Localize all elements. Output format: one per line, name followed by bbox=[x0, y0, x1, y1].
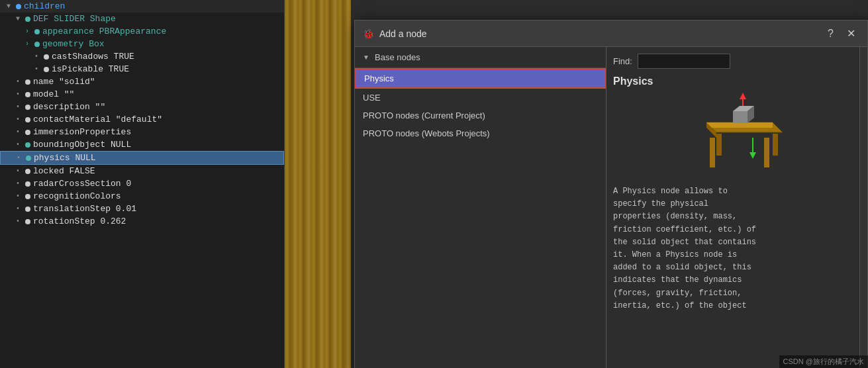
dot-icon bbox=[25, 181, 30, 187]
tree-item-def-slider[interactable]: ▼ DEF SLIDER Shape bbox=[0, 13, 284, 25]
dot-icon bbox=[25, 79, 30, 85]
modal-titlebar: 🐞 Add a node ? ✕ bbox=[355, 21, 867, 47]
tree-item-locked[interactable]: • locked FALSE bbox=[0, 165, 284, 177]
tree-item-children[interactable]: ▼ children bbox=[0, 0, 284, 13]
base-nodes-header[interactable]: ▼ Base nodes bbox=[355, 47, 606, 68]
tree-item-rotationStep[interactable]: • rotationStep 0.262 bbox=[0, 215, 284, 228]
arrow-icon: • bbox=[34, 66, 42, 73]
arrow-icon: • bbox=[16, 78, 24, 85]
node-label: USE bbox=[363, 93, 381, 103]
arrow-icon: • bbox=[34, 53, 42, 60]
arrow-icon: › bbox=[25, 28, 33, 35]
node-item-proto-current[interactable]: PROTO nodes (Current Project) bbox=[355, 107, 606, 124]
node-label: PROTO nodes (Webots Projects) bbox=[363, 128, 490, 138]
modal-scrollbar[interactable] bbox=[859, 47, 867, 368]
arrow-icon: • bbox=[16, 193, 24, 200]
tree-item-description[interactable]: • description "" bbox=[0, 101, 284, 113]
help-button[interactable]: ? bbox=[824, 26, 838, 41]
preview-description: A Physics node allows to specify the phy… bbox=[613, 185, 853, 365]
tree-label: appearance PBRAppearance bbox=[42, 26, 166, 36]
tree-item-physics[interactable]: • physics NULL bbox=[0, 151, 284, 165]
svg-rect-11 bbox=[733, 111, 747, 123]
dot-icon bbox=[25, 92, 30, 97]
svg-marker-6 bbox=[773, 134, 778, 156]
tree-item-immersionProperties[interactable]: • immersionProperties bbox=[0, 126, 284, 138]
close-button[interactable]: ✕ bbox=[843, 26, 859, 41]
tree-item-geometry[interactable]: › geometry Box bbox=[0, 38, 284, 50]
viewport-background bbox=[285, 0, 351, 368]
node-item-physics[interactable]: Physics bbox=[355, 68, 606, 89]
svg-rect-3 bbox=[710, 138, 715, 167]
tree-label: castShadows TRUE bbox=[52, 52, 134, 62]
arrow-icon: ▼ bbox=[16, 15, 24, 23]
svg-rect-1 bbox=[706, 122, 773, 128]
arrow-icon: • bbox=[16, 91, 24, 98]
arrow-icon: • bbox=[16, 141, 24, 148]
dot-icon bbox=[16, 4, 21, 9]
tree-label: boundingObject NULL bbox=[33, 140, 131, 150]
node-label: Physics bbox=[364, 73, 394, 83]
tree-label: name "solid" bbox=[33, 77, 95, 87]
node-item-use[interactable]: USE bbox=[355, 89, 606, 107]
dot-icon bbox=[25, 169, 30, 174]
svg-marker-5 bbox=[716, 134, 722, 156]
tree-item-radarCrossSection[interactable]: • radarCrossSection 0 bbox=[0, 177, 284, 190]
svg-marker-10 bbox=[749, 152, 756, 159]
tree-label: physics NULL bbox=[34, 153, 96, 163]
tree-label: contactMaterial "default" bbox=[33, 115, 162, 124]
svg-rect-4 bbox=[764, 138, 769, 167]
arrow-icon: • bbox=[16, 128, 24, 136]
arrow-icon: • bbox=[16, 205, 24, 212]
tree-item-appearance[interactable]: › appearance PBRAppearance bbox=[0, 25, 284, 38]
add-node-modal: 🐞 Add a node ? ✕ ▼ Base nodes Physics bbox=[354, 20, 868, 368]
tree-item-recognitionColors[interactable]: • recognitionColors bbox=[0, 190, 284, 203]
dot-icon bbox=[26, 156, 31, 161]
tree-label: DEF SLIDER Shape bbox=[33, 14, 116, 24]
tree-item-name[interactable]: • name "solid" bbox=[0, 75, 284, 88]
arrow-icon: › bbox=[25, 40, 33, 48]
dot-icon bbox=[25, 105, 30, 110]
arrow-icon: ▼ bbox=[7, 3, 15, 10]
node-list-panel: ▼ Base nodes Physics USE PROTO nodes (Cu… bbox=[355, 47, 606, 368]
arrow-icon: • bbox=[16, 116, 24, 123]
base-nodes-label: Base nodes bbox=[375, 52, 420, 62]
node-label: PROTO nodes (Current Project) bbox=[363, 111, 485, 120]
arrow-icon: • bbox=[16, 167, 24, 175]
find-input[interactable] bbox=[638, 54, 730, 69]
dot-icon bbox=[44, 54, 49, 60]
bug-icon: 🐞 bbox=[363, 28, 374, 39]
tree-item-boundingObject[interactable]: • boundingObject NULL bbox=[0, 138, 284, 151]
tree-label: children bbox=[24, 1, 65, 11]
find-bar: Find: bbox=[613, 54, 853, 69]
preview-title: Physics bbox=[613, 75, 853, 87]
tree-item-isPickable[interactable]: • isPickable TRUE bbox=[0, 63, 284, 75]
svg-marker-8 bbox=[740, 93, 746, 99]
tree-item-contactMaterial[interactable]: • contactMaterial "default" bbox=[0, 113, 284, 126]
arrow-icon: • bbox=[16, 180, 24, 187]
arrow-icon: • bbox=[17, 154, 24, 161]
tree-label: locked FALSE bbox=[33, 166, 95, 176]
tree-label: isPickable TRUE bbox=[52, 64, 129, 74]
tree-item-castShadows[interactable]: • castShadows TRUE bbox=[0, 50, 284, 63]
modal-title-text: Add a node bbox=[379, 28, 427, 39]
dot-icon bbox=[34, 42, 40, 47]
modal-controls: ? ✕ bbox=[824, 26, 859, 41]
preview-3d-illustration bbox=[667, 93, 799, 179]
tree-item-translationStep[interactable]: • translationStep 0.01 bbox=[0, 203, 284, 215]
collapse-icon: ▼ bbox=[363, 54, 371, 61]
modal-body: ▼ Base nodes Physics USE PROTO nodes (Cu… bbox=[355, 47, 867, 368]
tree-label: recognitionColors bbox=[33, 191, 121, 201]
dot-icon bbox=[25, 130, 30, 135]
tree-label: radarCrossSection 0 bbox=[33, 179, 131, 189]
dot-icon bbox=[25, 142, 30, 148]
tree-label: description "" bbox=[33, 102, 105, 112]
tree-label: geometry Box bbox=[42, 39, 105, 49]
tree-item-model[interactable]: • model "" bbox=[0, 88, 284, 101]
watermark: CSDN @旅行的橘子汽水 bbox=[779, 355, 868, 368]
node-preview-panel: Find: Physics bbox=[606, 47, 859, 368]
tree-label: translationStep 0.01 bbox=[33, 204, 136, 214]
node-item-proto-webots[interactable]: PROTO nodes (Webots Projects) bbox=[355, 124, 606, 142]
dot-icon bbox=[25, 17, 30, 22]
find-label: Find: bbox=[613, 56, 632, 66]
dot-icon bbox=[25, 117, 30, 122]
